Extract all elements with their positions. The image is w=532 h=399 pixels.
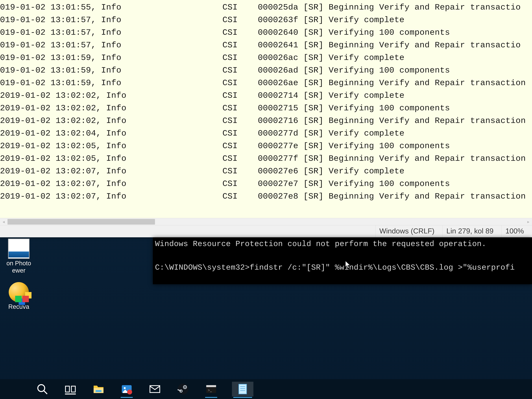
taskbar-mail-button[interactable] [147, 382, 162, 396]
photo-viewer-icon [8, 239, 30, 259]
svg-point-11 [178, 384, 189, 395]
file-explorer-icon [93, 383, 104, 395]
log-line: 019-01-02 13:01:57, Info CSI 00002641 [S… [0, 39, 532, 51]
svg-rect-3 [71, 386, 75, 392]
taskbar-photos-button[interactable] [119, 382, 134, 396]
log-line: 019-01-02 13:01:55, Info CSI 000025da [S… [0, 1, 532, 14]
search-icon [36, 383, 48, 395]
log-line: 019-01-02 13:01:57, Info CSI 0000263f [S… [0, 14, 532, 26]
log-line: 2019-01-02 13:02:05, Info CSI 0000277e [… [0, 140, 532, 152]
mail-icon [149, 383, 161, 395]
log-content[interactable]: 019-01-02 13:01:55, Info CSI 000025da [S… [0, 0, 532, 218]
taskbar-cmd-button[interactable]: >_ [204, 382, 219, 396]
log-line: 2019-01-02 13:02:02, Info CSI 00002715 [… [0, 102, 532, 114]
scroll-left-arrow-icon[interactable]: ◂ [0, 218, 7, 225]
statusbar-zoom: 100% [502, 225, 532, 237]
log-line: 2019-01-02 13:02:02, Info CSI 00002714 [… [0, 89, 532, 102]
statusbar-encoding: Windows (CRLF) [376, 225, 443, 237]
log-line: 2019-01-02 13:02:05, Info CSI 0000277f [… [0, 152, 532, 165]
taskbar-notepad-button[interactable] [232, 382, 253, 396]
svg-point-8 [124, 387, 126, 389]
desktop-icons-area: on Photo ewer Recuva [0, 239, 38, 318]
log-line: 019-01-02 13:01:59, Info CSI 000026ae [S… [0, 77, 532, 89]
svg-rect-4 [65, 393, 76, 394]
cmd-line: Windows Resource Protection could not pe… [155, 240, 486, 248]
taskbar: >_ [0, 379, 532, 399]
photos-icon [121, 383, 133, 395]
svg-point-9 [127, 390, 132, 395]
notepad-icon [237, 383, 249, 395]
log-line: 2019-01-02 13:02:02, Info CSI 00002716 [… [0, 114, 532, 127]
statusbar-position: Lin 279, kol 89 [443, 225, 502, 237]
notepad-statusbar: Windows (CRLF) Lin 279, kol 89 100% [0, 225, 532, 237]
svg-rect-2 [65, 386, 69, 392]
log-line: 2019-01-02 13:02:07, Info CSI 000027e6 [… [0, 165, 532, 177]
log-line: 2019-01-02 13:02:07, Info CSI 000027e8 [… [0, 190, 532, 203]
command-prompt-window[interactable]: Windows Resource Protection could not pe… [153, 237, 532, 284]
svg-rect-16 [206, 385, 216, 387]
cmd-icon: >_ [205, 383, 217, 395]
taskbar-file-explorer-button[interactable] [91, 382, 106, 396]
log-line: 019-01-02 13:01:59, Info CSI 000026ac [S… [0, 51, 532, 64]
horizontal-scrollbar[interactable]: ◂ ▸ [0, 218, 532, 225]
log-line: 2019-01-02 13:02:04, Info CSI 0000277d [… [0, 127, 532, 140]
desktop-icon-recuva[interactable]: Recuva [0, 282, 38, 310]
taskbar-task-view-button[interactable] [63, 382, 78, 396]
log-line: 019-01-02 13:01:59, Info CSI 000026ad [S… [0, 64, 532, 77]
desktop-icon-photo-viewer[interactable]: on Photo ewer [0, 239, 38, 274]
taskbar-search-button[interactable] [35, 382, 50, 396]
scroll-right-arrow-icon[interactable]: ▸ [525, 218, 532, 225]
task-view-icon [64, 383, 76, 395]
log-line: 2019-01-02 13:02:07, Info CSI 000027e7 [… [0, 177, 532, 190]
svg-rect-10 [150, 386, 160, 393]
scrollbar-thumb[interactable] [7, 219, 155, 225]
svg-line-1 [44, 391, 47, 394]
svg-point-0 [38, 385, 45, 392]
svg-rect-6 [95, 390, 101, 392]
notepad-window: 019-01-02 13:01:55, Info CSI 000025da [S… [0, 0, 532, 237]
svg-rect-18 [239, 384, 247, 394]
statusbar-spacer [0, 225, 376, 237]
taskbar-steam-button[interactable] [176, 382, 190, 396]
steam-icon [177, 383, 189, 395]
svg-text:>_: >_ [208, 388, 212, 392]
recuva-icon [9, 282, 29, 302]
log-line: 019-01-02 13:01:57, Info CSI 00002640 [S… [0, 26, 532, 39]
cmd-line: C:\WINDOWS\system32>findstr /c:"[SR]" %w… [155, 263, 515, 272]
desktop-icon-label: on Photo [0, 260, 38, 267]
desktop-icon-label: ewer [0, 267, 38, 274]
svg-point-13 [184, 386, 186, 388]
